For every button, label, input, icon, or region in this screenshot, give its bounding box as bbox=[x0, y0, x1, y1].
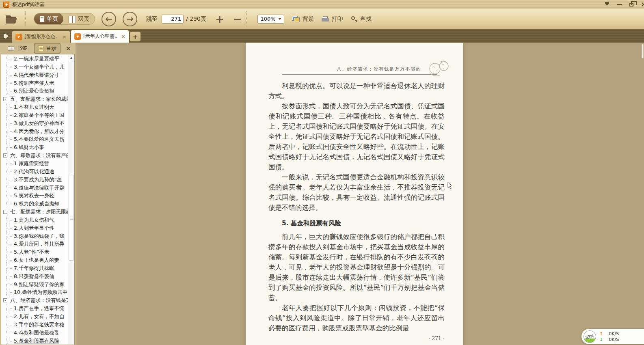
tree-collapse-icon[interactable]: - bbox=[3, 210, 7, 214]
sidebar-close-button[interactable]: × bbox=[66, 45, 71, 52]
toc-item-label: 八、经济需求：没有钱是万 bbox=[10, 297, 68, 303]
toc-item[interactable]: 3.手中的养老钱要拿稳 bbox=[1, 321, 68, 329]
title-bar: 极速pdf阅读器 × bbox=[0, 0, 644, 9]
jump-to-label: 跳至 bbox=[146, 15, 158, 23]
toc-item-label: 4.隔代亲也要讲分寸 bbox=[14, 72, 59, 78]
toc-item[interactable]: 5.唠叨声声催人老 bbox=[1, 79, 68, 87]
tab-document-2-active[interactable]: [老年人心理需... × bbox=[71, 30, 129, 43]
background-icon bbox=[292, 16, 300, 22]
toc-item[interactable]: -五、支配需求：家长的威风 bbox=[1, 95, 68, 103]
single-page-button[interactable]: 单页 bbox=[34, 13, 63, 25]
toc-item[interactable]: 3.一个女婿半个儿，儿 bbox=[1, 63, 68, 71]
sidebar-toggle-button[interactable] bbox=[0, 29, 12, 43]
toc-item[interactable]: 3.你是我的钱袋子，我 bbox=[1, 232, 68, 240]
tree-collapse-icon[interactable]: - bbox=[3, 298, 7, 302]
toc-item[interactable]: 5.不要以爱的名义去伤 bbox=[1, 135, 68, 143]
toolbar-separator bbox=[25, 11, 26, 27]
zoom-in-button[interactable]: + bbox=[215, 14, 224, 24]
toc-item[interactable]: 6.别让爱心变负担 bbox=[1, 87, 68, 95]
toc-item[interactable]: 2.一碗水尽量要端平 bbox=[1, 55, 68, 63]
toc-item[interactable]: 1.莫为儿女伤和气 bbox=[1, 216, 68, 224]
toc-item[interactable]: 2.人到老年显个性 bbox=[1, 224, 68, 232]
tree-collapse-icon[interactable]: - bbox=[3, 153, 7, 157]
toc-scrollbar[interactable]: ▲ bbox=[68, 54, 74, 345]
zoom-out-button[interactable]: − bbox=[233, 14, 242, 24]
toc-item[interactable]: 4.隔代亲也要讲分寸 bbox=[1, 71, 68, 79]
toc-item-label: 3.做儿女的守护神而不 bbox=[14, 120, 64, 126]
toc-item-label: 5.唠叨声声催人老 bbox=[14, 80, 54, 86]
restore-button[interactable] bbox=[625, 0, 638, 9]
toc-item[interactable]: 5.基金和股票有风险 bbox=[1, 337, 68, 345]
page-number-input[interactable] bbox=[162, 15, 184, 24]
contents-tab-button[interactable]: 目录 bbox=[34, 43, 61, 54]
toc-item-label: 10.婚外情为何频频击中 bbox=[14, 289, 67, 295]
tab-app-icon bbox=[74, 33, 81, 40]
close-button[interactable]: × bbox=[638, 0, 644, 9]
back-arrow-icon: ← bbox=[105, 14, 112, 24]
bookmarks-tab-button[interactable]: 书签 bbox=[4, 43, 31, 53]
next-page-button[interactable]: → bbox=[123, 12, 137, 26]
toc-item[interactable]: 6.权力的余威当抛却 bbox=[1, 200, 68, 208]
toc-item[interactable]: 7.千年修得共枕眠 bbox=[1, 264, 68, 272]
viewer-scrollbar-thumb[interactable] bbox=[642, 44, 644, 58]
page-number: · 271 · bbox=[268, 335, 445, 341]
toc-item[interactable]: -八、经济需求：没有钱是万 bbox=[1, 296, 68, 304]
toc-item[interactable]: 2.家庭是个平等的王国 bbox=[1, 111, 68, 119]
toc-item[interactable]: 4.爱其所同，尊其所异 bbox=[1, 240, 68, 248]
toc-item[interactable]: 1.不替儿女过明天 bbox=[1, 103, 68, 111]
toc-item[interactable]: 6.钱财无小事 bbox=[1, 143, 68, 151]
double-page-button[interactable]: 双页 bbox=[63, 13, 95, 25]
toc-item[interactable]: 3.做儿女的守护神而不 bbox=[1, 119, 68, 127]
download-arrow-icon: ↓ bbox=[599, 337, 603, 342]
tab-document-1[interactable]: [警惕形形色色... × bbox=[12, 31, 70, 43]
toc-item-label: 6.女王也是男人的妻 bbox=[14, 257, 59, 263]
background-button[interactable]: 背景 bbox=[292, 15, 313, 23]
contents-list-icon bbox=[38, 45, 43, 51]
bookmark-book-icon bbox=[8, 46, 14, 51]
scroll-up-arrow-icon[interactable]: ▲ bbox=[68, 54, 74, 61]
tree-collapse-icon[interactable]: - bbox=[3, 97, 7, 101]
find-button[interactable]: 查找 bbox=[351, 15, 371, 23]
gauge-percent: 33% bbox=[585, 333, 594, 339]
header-rule-line bbox=[282, 74, 437, 75]
new-tab-button[interactable]: + bbox=[130, 32, 140, 41]
toc-item-label: 6.别让爱心变负担 bbox=[14, 88, 54, 94]
tab-close-icon[interactable]: × bbox=[62, 34, 67, 40]
toc-scrollbar-thumb[interactable] bbox=[69, 175, 74, 261]
minimize-button[interactable] bbox=[613, 0, 625, 9]
toc-item-label: 5.不要以爱的名义去伤 bbox=[14, 136, 64, 142]
toc-item[interactable]: 2.代沟可以化通途 bbox=[1, 168, 68, 176]
toc-item[interactable]: 4.道德与法律联手开辟 bbox=[1, 184, 68, 192]
toc-item-label: 1.不替儿女过明天 bbox=[14, 104, 54, 110]
toc-item[interactable]: 9.别让猜疑毁了你的家 bbox=[1, 280, 68, 289]
document-viewport[interactable]: 八、经济需求：没有钱是万万不能的 利息税的优点。可以说是一种非常适合退休老人的理… bbox=[76, 43, 644, 345]
toc-item[interactable]: 5.笑对权去一身轻 bbox=[1, 192, 68, 200]
speed-monitor-overlay[interactable]: 33% ↑ 0K/S ↓ 0K/S bbox=[581, 329, 644, 344]
zoom-level-dropdown[interactable]: 100% bbox=[257, 15, 284, 24]
bookmarks-label: 书签 bbox=[17, 45, 27, 52]
toc-item[interactable]: 4.存款和国债最稳妥 bbox=[1, 329, 68, 337]
tab-close-icon[interactable]: × bbox=[121, 33, 125, 39]
toc-item[interactable]: -七、配偶需求：夕阳无限好 bbox=[1, 208, 68, 216]
toc-item[interactable]: 1.家庭需要经营 bbox=[1, 160, 68, 168]
open-file-button[interactable] bbox=[4, 12, 20, 26]
toc-item-label: 1.家庭需要经营 bbox=[14, 160, 49, 166]
toc-item[interactable]: -六、尊敬需求：没有尊严的 bbox=[1, 151, 68, 160]
print-button[interactable]: 打印 bbox=[322, 15, 343, 23]
toc-item[interactable]: 10.婚外情为何频频击中 bbox=[1, 288, 68, 296]
toc-item[interactable]: 4.因为爱你，所以才分 bbox=[1, 127, 68, 136]
toc-item-label: 2.人到老年显个性 bbox=[14, 225, 54, 231]
skin-menu-button[interactable] bbox=[601, 0, 613, 9]
toc-item[interactable]: 8.只羡鸳鸯不羡仙 bbox=[1, 272, 68, 280]
toc-item[interactable]: 1.房产在手，遇事不慌 bbox=[1, 304, 68, 313]
toc-item-label: 六、尊敬需求：没有尊严的 bbox=[10, 152, 68, 158]
toc-item[interactable]: 3.不要成为儿孙的“盘 bbox=[1, 176, 68, 184]
window-title: 极速pdf阅读器 bbox=[12, 1, 44, 8]
previous-page-button[interactable]: ← bbox=[102, 12, 116, 26]
toc-item[interactable]: 6.女王也是男人的妻 bbox=[1, 256, 68, 264]
toc-item[interactable]: 2.儿有，女有，不如自 bbox=[1, 313, 68, 321]
restore-icon bbox=[629, 3, 633, 6]
single-page-icon bbox=[39, 16, 45, 22]
toc-item[interactable]: 5.人老“性”不老 bbox=[1, 248, 68, 256]
toc-item-label: 7.千年修得共枕眠 bbox=[14, 265, 54, 271]
